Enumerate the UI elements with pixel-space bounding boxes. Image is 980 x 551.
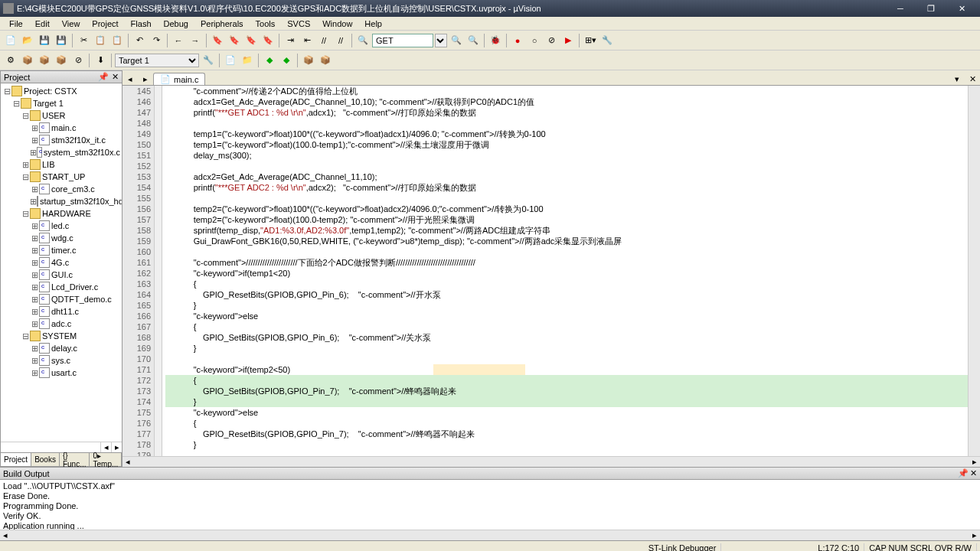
menu-debug[interactable]: Debug — [158, 18, 194, 29]
svcs-button[interactable]: 📦 — [301, 53, 316, 68]
search-dropdown[interactable] — [435, 34, 447, 47]
close-button[interactable]: ✕ — [946, 0, 977, 17]
translate-button[interactable]: ⚙ — [3, 53, 18, 68]
tree-file-wdg-c[interactable]: ⊞wdg.c — [2, 232, 120, 244]
tree-file-stm32f10x_it-c[interactable]: ⊞stm32f10x_it.c — [2, 134, 120, 146]
build-output-content[interactable]: Load "..\\OUTPUT\\CSTX.axf"Erase Done.Pr… — [0, 480, 980, 530]
debug-button[interactable]: 🐞 — [488, 33, 503, 48]
kill-bp-button[interactable]: ⊘ — [544, 33, 559, 48]
hscroll-left[interactable]: ◂ — [122, 457, 133, 467]
tree-file-Lcd_Driver-c[interactable]: ⊞Lcd_Driver.c — [2, 281, 120, 293]
vertical-scrollbar[interactable] — [968, 86, 980, 456]
fold-gutter[interactable] — [155, 86, 162, 456]
tree-file-dht11-c[interactable]: ⊞dht11.c — [2, 305, 120, 318]
hscroll-track[interactable] — [133, 457, 969, 467]
tree-file-usart-c[interactable]: ⊞usart.c — [2, 367, 120, 379]
menu-tools[interactable]: Tools — [250, 18, 282, 29]
tab-nav-back[interactable]: ◂ — [124, 73, 136, 85]
sidebar-tab-3[interactable]: 0▸ Temp... — [90, 453, 122, 466]
tree-file-4G-c[interactable]: ⊞4G.c — [2, 256, 120, 269]
tree-file-core_cm3-c[interactable]: ⊞core_cm3.c — [2, 183, 120, 195]
menu-project[interactable]: Project — [86, 18, 124, 29]
nav-back-button[interactable]: ← — [171, 33, 186, 48]
menu-svcs[interactable]: SVCS — [281, 18, 316, 29]
options-button[interactable]: 🔧 — [201, 53, 216, 68]
window-button[interactable]: ⊞▾ — [583, 33, 598, 48]
sidebar-tab-1[interactable]: Books — [31, 453, 60, 466]
save-all-button[interactable]: 💾 — [54, 33, 69, 48]
svcs2-button[interactable]: 📦 — [318, 53, 333, 68]
new-button[interactable]: 📄 — [3, 33, 18, 48]
sidebar-tab-2[interactable]: {} Func... — [60, 453, 90, 466]
redo-button[interactable]: ↷ — [149, 33, 164, 48]
tree-file-QDTFT_demo-c[interactable]: ⊞QDTFT_demo.c — [2, 293, 120, 305]
bookmark-prev-button[interactable]: 🔖 — [227, 33, 242, 48]
pack-installer-button[interactable]: ◆ — [262, 53, 277, 68]
cut-button[interactable]: ✂ — [76, 33, 91, 48]
tree-file-delay-c[interactable]: ⊞delay.c — [2, 342, 120, 354]
tree-file-timer-c[interactable]: ⊞timer.c — [2, 244, 120, 256]
menu-file[interactable]: File — [3, 18, 29, 29]
project-panel-close[interactable]: ✕ — [112, 72, 119, 82]
run-button[interactable]: ▶ — [560, 33, 576, 48]
tree-group-start_up[interactable]: ⊟START_UP — [2, 171, 120, 183]
tree-file-startup_stm32f10x_hd-s[interactable]: ⊞startup_stm32f10x_hd.s — [2, 195, 120, 207]
find-button[interactable]: 🔍 — [355, 33, 371, 48]
find-in-files-button[interactable]: 🔍 — [449, 33, 464, 48]
build-output-close[interactable]: ✕ — [970, 468, 977, 478]
breakpoint-button[interactable]: ● — [510, 33, 525, 48]
copy-button[interactable]: 📋 — [93, 33, 108, 48]
bookmark-clear-button[interactable]: 🔖 — [260, 33, 276, 48]
hscroll-left[interactable]: ◂ — [0, 530, 11, 540]
maximize-button[interactable]: ❐ — [916, 0, 946, 17]
outdent-button[interactable]: ⇤ — [299, 33, 315, 48]
tree-file-GUI-c[interactable]: ⊞GUI.c — [2, 269, 120, 281]
bookmark-next-button[interactable]: 🔖 — [243, 33, 259, 48]
minimize-button[interactable]: ─ — [885, 0, 916, 17]
tree-group-hardware[interactable]: ⊟HARDWARE — [2, 207, 120, 220]
batch-build-button[interactable]: 📦 — [54, 53, 69, 68]
menu-edit[interactable]: Edit — [29, 18, 56, 29]
menu-view[interactable]: View — [56, 18, 87, 29]
indent-button[interactable]: ⇥ — [283, 33, 298, 48]
code-area[interactable]: 1451461471481491501511521531541551561571… — [122, 86, 980, 456]
build-output-pin[interactable]: 📌 — [958, 468, 969, 478]
bookmark-button[interactable]: 🔖 — [210, 33, 225, 48]
open-button[interactable]: 📂 — [20, 33, 35, 48]
tree-file-sys-c[interactable]: ⊞sys.c — [2, 354, 120, 367]
tree-root[interactable]: ⊟Project: CSTX — [2, 85, 120, 97]
sidebar-tab-0[interactable]: Project — [1, 453, 31, 466]
rebuild-button[interactable]: 📦 — [37, 53, 52, 68]
save-button[interactable]: 💾 — [37, 33, 52, 48]
tree-group-user[interactable]: ⊟USER — [2, 109, 120, 122]
code-content[interactable]: "c-comment">//传递2个ADC的值得给上位机 adcx1=Get_A… — [162, 86, 968, 456]
tree-file-system_stm32f10x-c[interactable]: ⊞system_stm32f10x.c — [2, 146, 120, 158]
tree-file-led-c[interactable]: ⊞led.c — [2, 220, 120, 232]
rte-button[interactable]: ◆ — [279, 53, 294, 68]
stop-build-button[interactable]: ⊘ — [70, 53, 86, 68]
paste-button[interactable]: 📋 — [109, 33, 125, 48]
download-button[interactable]: ⬇ — [93, 53, 108, 68]
project-tree[interactable]: ⊟Project: CSTX⊟Target 1⊟USER⊞main.c⊞stm3… — [1, 83, 122, 442]
comment-button[interactable]: // — [316, 33, 332, 48]
hscroll-right[interactable]: ▸ — [969, 530, 980, 540]
uncomment-button[interactable]: // — [333, 33, 348, 48]
build-button[interactable]: 📦 — [20, 53, 35, 68]
config-button[interactable]: 🔧 — [599, 33, 615, 48]
tree-group-system[interactable]: ⊟SYSTEM — [2, 330, 120, 342]
tree-target[interactable]: ⊟Target 1 — [2, 97, 120, 109]
menu-flash[interactable]: Flash — [125, 18, 158, 29]
menu-help[interactable]: Help — [358, 18, 388, 29]
disable-bp-button[interactable]: ○ — [527, 33, 542, 48]
menu-peripherals[interactable]: Peripherals — [194, 18, 250, 29]
target-select[interactable]: Target 1 — [115, 54, 199, 67]
menu-window[interactable]: Window — [316, 18, 358, 29]
incremental-find-button[interactable]: 🔍 — [466, 33, 481, 48]
tree-file-adc-c[interactable]: ⊞adc.c — [2, 318, 120, 330]
tab-menu-button[interactable]: ▾ — [951, 73, 963, 85]
undo-button[interactable]: ↶ — [132, 33, 147, 48]
manage-button[interactable]: 📁 — [240, 53, 255, 68]
search-input[interactable] — [372, 34, 433, 47]
tree-file-main-c[interactable]: ⊞main.c — [2, 122, 120, 134]
project-panel-pin[interactable]: 📌 — [98, 72, 109, 82]
